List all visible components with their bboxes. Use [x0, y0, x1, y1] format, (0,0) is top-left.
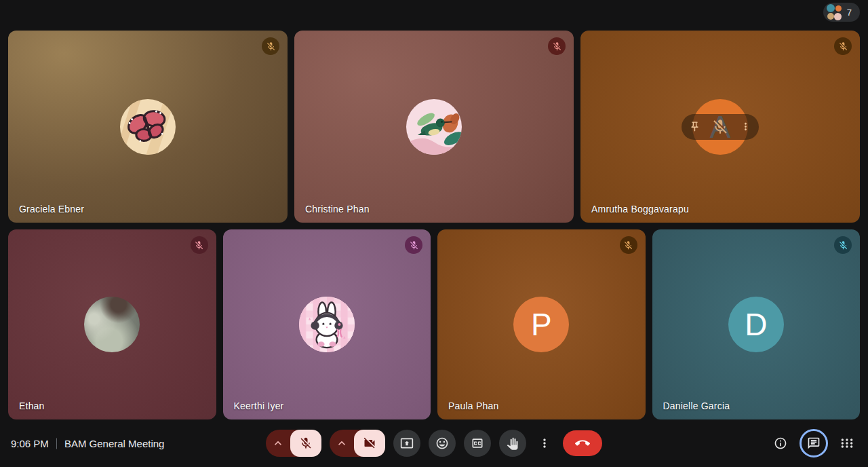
muted-mic-badge: [191, 236, 208, 254]
mic-off-icon: [838, 240, 848, 250]
call-controls: [266, 430, 602, 457]
chat-icon: [807, 436, 821, 450]
muted-mic-badge: [620, 236, 637, 254]
mini-avatar: [835, 5, 842, 12]
mic-off-icon: [838, 41, 848, 52]
pin-icon: [689, 121, 701, 132]
participant-name: Amrutha Boggavarapu: [591, 204, 689, 214]
mic-off-icon: [409, 240, 419, 250]
camera-off-button[interactable]: [354, 430, 385, 457]
meeting-name: BAM General Meeting: [64, 438, 165, 449]
grid-row-2: Ethan: [8, 229, 860, 419]
participant-name: Christine Phan: [305, 204, 370, 214]
participants-pill[interactable]: 7: [823, 3, 860, 22]
tile-hover-controls: [682, 114, 759, 140]
participant-name: Paula Phan: [448, 400, 498, 411]
mini-avatar: [827, 13, 834, 20]
butterfly-avatar: [120, 99, 176, 155]
butterfly-illustration: [120, 99, 176, 155]
videocam-off-icon: [363, 436, 376, 450]
chevron-up-icon: [271, 436, 285, 450]
avatar-letter: D: [745, 309, 767, 340]
mini-avatar: [834, 13, 842, 20]
participant-count: 7: [847, 7, 852, 18]
mic-options-chevron[interactable]: [266, 430, 290, 457]
meeting-info: 9:06 PM BAM General Meeting: [11, 438, 164, 449]
chevron-up-icon: [335, 436, 349, 450]
participant-name: Keerthi Iyer: [234, 400, 284, 411]
more-vert-icon: [740, 121, 751, 132]
participant-tile-graciela[interactable]: Graciela Ebner: [8, 31, 288, 223]
mic-off-icon: [623, 240, 633, 250]
more-options-button[interactable]: [534, 430, 555, 457]
present-to-all-icon: [400, 436, 414, 450]
mic-mute-button[interactable]: [290, 430, 321, 457]
camera-snapshot-avatar: [84, 297, 140, 352]
letter-avatar: D: [728, 297, 784, 352]
mic-off-icon: [711, 118, 729, 136]
bunny-illustration: [299, 297, 355, 352]
hummingbird-avatar: [406, 99, 462, 155]
participant-tile-christine[interactable]: Christine Phan: [294, 31, 574, 223]
raise-hand-icon: [506, 436, 519, 450]
mic-off-icon: [194, 240, 204, 250]
pin-button[interactable]: [689, 121, 701, 132]
clock: 9:06 PM: [11, 438, 49, 449]
avatar-letter: P: [531, 309, 552, 340]
participant-tile-ethan[interactable]: Ethan: [8, 229, 216, 419]
more-vert-icon: [538, 436, 551, 450]
mini-avatar: [827, 4, 835, 12]
mic-off-icon: [552, 41, 562, 52]
bottom-bar: 9:06 PM BAM General Meeting: [0, 419, 868, 467]
call-end-icon: [575, 436, 590, 451]
bunny-avatar: [299, 297, 355, 352]
present-screen-button[interactable]: [393, 430, 420, 457]
camera-options-chevron[interactable]: [330, 430, 354, 457]
muted-mic-badge: [405, 236, 422, 254]
captions-button[interactable]: [464, 430, 491, 457]
meeting-details-button[interactable]: [768, 430, 793, 457]
participant-tile-paula[interactable]: P Paula Phan: [437, 229, 646, 419]
tile-more-options-button[interactable]: [740, 121, 751, 132]
muted-mic-badge: [834, 236, 852, 254]
muted-mic-badge: [262, 37, 279, 55]
letter-avatar: P: [513, 297, 569, 352]
info-icon: [774, 436, 787, 450]
participant-avatars-cluster: [826, 4, 842, 20]
participant-name: Ethan: [19, 400, 45, 411]
mic-off-icon: [299, 436, 313, 450]
end-call-button[interactable]: [563, 430, 602, 456]
apps-grid-icon: [840, 436, 854, 450]
mic-control-group: [266, 430, 321, 457]
chat-button[interactable]: [800, 429, 828, 457]
mic-off-icon: [266, 41, 276, 52]
hummingbird-illustration: [406, 99, 462, 155]
camera-control-group: [330, 430, 385, 457]
divider: [56, 438, 57, 449]
muted-mic-badge: [548, 37, 566, 55]
apps-button[interactable]: [834, 430, 860, 457]
raise-hand-button[interactable]: [499, 430, 526, 457]
reactions-button[interactable]: [429, 430, 456, 457]
participant-name: Danielle Garcia: [663, 400, 730, 411]
video-grid: Graciela Ebner: [8, 31, 860, 419]
grid-row-1: Graciela Ebner: [8, 31, 860, 223]
participant-tile-danielle[interactable]: D Danielle Garcia: [652, 229, 861, 419]
participant-tile-keerthi[interactable]: Keerthi Iyer: [223, 229, 431, 419]
closed-captions-icon: [471, 436, 484, 450]
smiley-icon: [435, 436, 449, 450]
participant-tile-amrutha[interactable]: A Amrutha Boggavarapu: [580, 31, 860, 223]
right-controls: [768, 429, 860, 457]
participant-name: Graciela Ebner: [19, 204, 84, 214]
muted-mic-badge: [834, 37, 852, 55]
